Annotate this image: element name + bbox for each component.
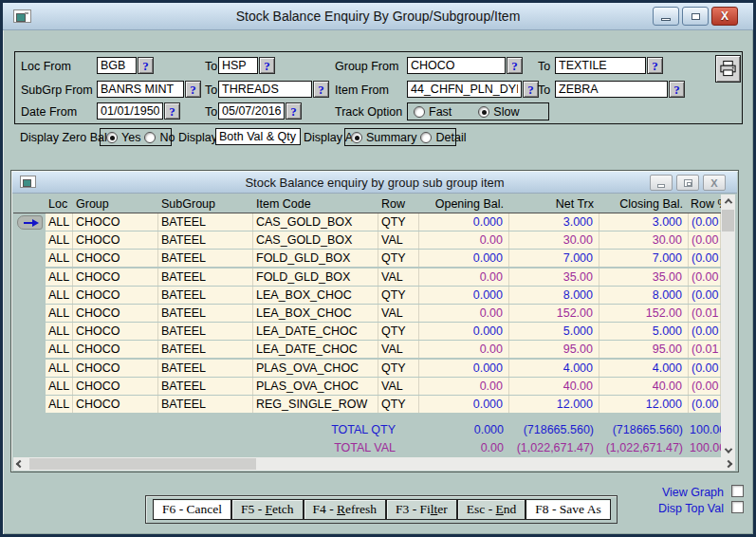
table-row[interactable]: ALLCHOCOBATEELPLAS_OVA_CHOCQTY0.0004.000… (46, 360, 721, 377)
column-header-row-[interactable]: Row % (689, 195, 721, 213)
save-as-button[interactable]: F8 - Save As (526, 499, 610, 520)
minimize-button[interactable] (653, 7, 679, 26)
cell-item-code: LEA_DATE_CHOC (253, 341, 378, 358)
table-row[interactable]: ALLCHOCOBATEELREG_SINGLE_ROWQTY0.00012.0… (46, 396, 721, 413)
display-zero-bal-label: Display Zero Bal (20, 131, 107, 144)
cell-group: CHOCO (73, 287, 158, 304)
column-header-loc[interactable]: Loc (46, 195, 73, 213)
item-to-input[interactable] (555, 81, 668, 98)
date-to-input[interactable] (218, 102, 285, 120)
table-row[interactable]: ALLCHOCOBATEELPLAS_OVA_CHOCVAL0.0040.004… (46, 378, 721, 395)
filter-button[interactable]: F3 - Filter (386, 499, 457, 520)
subgrp-to-input[interactable] (218, 81, 312, 98)
column-header-subgroup[interactable]: SubGroup (158, 195, 253, 213)
vertical-scrollbar[interactable] (721, 194, 735, 457)
column-header-closing-bal-[interactable]: Closing Bal. (599, 195, 689, 213)
group-to-input[interactable] (555, 57, 646, 74)
cell-subgroup: BATEEL (158, 268, 253, 286)
table-row[interactable]: ALLCHOCOBATEELFOLD_GLD_BOXQTY0.0007.0007… (46, 250, 721, 267)
cell-row-type: QTY (378, 360, 419, 377)
item-from-input[interactable] (407, 81, 522, 98)
scroll-left-button[interactable] (13, 457, 27, 471)
cell-loc: ALL (46, 396, 73, 413)
loc-from-input[interactable] (97, 57, 137, 74)
cell-item-code: PLAS_OVA_CHOC (253, 378, 378, 395)
table-row[interactable]: ALLCHOCOBATEELCAS_GOLD_BOXVAL0.0030.0030… (46, 231, 721, 249)
cell-opening-bal: 0.00 (419, 268, 509, 286)
date-from-input[interactable] (97, 102, 163, 120)
table-row[interactable]: ALLCHOCOBATEELFOLD_GLD_BOXVAL0.0035.0035… (46, 268, 721, 286)
lookup-group-from-button[interactable]: ? (507, 57, 523, 74)
total-val-net-trx: (1,022,671.47) (510, 440, 599, 455)
lookup-loc-to-button[interactable]: ? (259, 57, 275, 74)
grid-titlebar: Stock Balance enquiry by group sub group… (12, 172, 737, 194)
main-titlebar: Stock Balance Enquiry By Group/Subgroup/… (3, 3, 753, 30)
cancel-button[interactable]: F6 - Cancel (153, 499, 231, 520)
lookup-date-to-button[interactable]: ? (286, 102, 302, 120)
subgrp-to-label: To (205, 83, 217, 97)
horizontal-scrollbar-thumb[interactable] (29, 458, 256, 470)
radio-fast[interactable] (414, 106, 425, 118)
cell-opening-bal: 0.000 (419, 213, 509, 231)
cell-item-code: CAS_GOLD_BOX (253, 231, 378, 249)
table-row[interactable]: ALLCHOCOBATEELLEA_BOX_CHOCQTY0.0008.0008… (46, 287, 721, 304)
cell-row-type: QTY (378, 213, 419, 231)
refresh-button[interactable]: F4 - Refresh (304, 499, 387, 520)
column-header-item-code[interactable]: Item Code (253, 195, 378, 213)
grid-close-button[interactable]: X (703, 175, 726, 191)
view-graph-checkbox[interactable] (731, 485, 744, 497)
end-button[interactable]: Esc - End (457, 499, 526, 520)
radio-yes[interactable] (106, 132, 118, 143)
cell-closing-bal: 4.000 (599, 360, 689, 377)
radio-slow[interactable] (478, 106, 489, 118)
display-input[interactable] (215, 128, 301, 145)
disp-top-val-checkbox[interactable] (731, 501, 744, 513)
print-button[interactable] (715, 55, 741, 83)
scroll-right-button[interactable] (721, 457, 735, 471)
column-header-group[interactable]: Group (73, 195, 158, 213)
cell-net-trx: 40.00 (509, 378, 599, 395)
cell-group: CHOCO (73, 341, 158, 358)
lookup-item-from-button[interactable]: ? (523, 81, 539, 98)
close-button[interactable]: X (711, 7, 738, 26)
item-from-label: Item From (335, 83, 389, 97)
subgrp-from-input[interactable] (97, 81, 184, 98)
table-row[interactable]: ALLCHOCOBATEELLEA_DATE_CHOCVAL0.0095.009… (46, 341, 721, 358)
footer-button-bar: F6 - CancelF5 - FetchF4 - RefreshF3 - Fi… (145, 495, 618, 524)
group-from-input[interactable] (407, 57, 506, 74)
radio-detail-label: Detail (435, 131, 466, 144)
cell-subgroup: BATEEL (158, 231, 253, 249)
cell-loc: ALL (46, 231, 73, 249)
table-row[interactable]: ALLCHOCOBATEELLEA_DATE_CHOCQTY0.0005.000… (46, 323, 721, 340)
loc-to-input[interactable] (218, 57, 258, 74)
grid-minimize-button[interactable] (650, 175, 673, 191)
cell-subgroup: BATEEL (158, 287, 253, 304)
table-row[interactable]: ALLCHOCOBATEELCAS_GOLD_BOXQTY0.0003.0003… (46, 213, 721, 231)
radio-summary[interactable] (351, 132, 362, 143)
cell-subgroup: BATEEL (158, 250, 253, 267)
radio-no[interactable] (144, 132, 156, 143)
grid-maximize-button[interactable] (676, 175, 699, 191)
maximize-button[interactable] (682, 7, 709, 26)
lookup-item-to-button[interactable]: ? (669, 81, 685, 98)
radio-yes-label: Yes (121, 131, 140, 144)
table-row[interactable]: ALLCHOCOBATEELLEA_BOX_CHOCVAL0.00152.001… (46, 305, 721, 322)
lookup-loc-from-button[interactable]: ? (138, 57, 154, 74)
lookup-subgrp-from-button[interactable]: ? (185, 81, 201, 98)
cell-row-pct: (0.00 (689, 213, 721, 231)
scroll-up-button[interactable] (721, 194, 735, 208)
horizontal-scrollbar[interactable] (13, 457, 735, 471)
lookup-date-from-button[interactable]: ? (164, 102, 180, 120)
cell-row-type: VAL (378, 268, 419, 286)
cell-row-type: VAL (378, 341, 419, 358)
radio-detail[interactable] (420, 132, 432, 143)
lookup-subgrp-to-button[interactable]: ? (313, 81, 329, 98)
vertical-scrollbar-thumb[interactable] (722, 210, 734, 231)
lookup-group-to-button[interactable]: ? (647, 57, 663, 74)
column-header-net-trx[interactable]: Net Trx (509, 195, 599, 213)
column-header-opening-bal-[interactable]: Opening Bal. (419, 195, 509, 213)
scroll-down-button[interactable] (721, 444, 735, 457)
column-header-row[interactable]: Row (378, 195, 419, 213)
group-to-label: To (538, 60, 550, 73)
fetch-button[interactable]: F5 - Fetch (231, 499, 304, 520)
